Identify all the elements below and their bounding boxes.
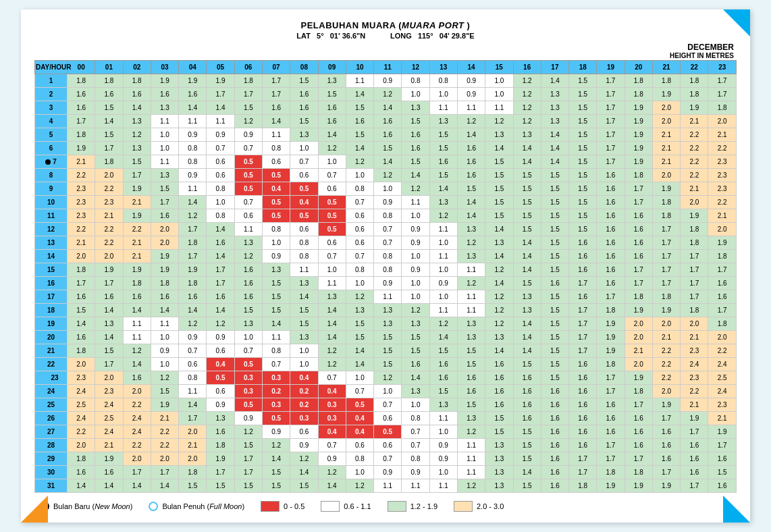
table-row: 301.61.61.71.71.81.71.71.51.41.21.00.90.… — [35, 466, 737, 479]
tide-value: 1.5 — [541, 290, 568, 304]
legend-range1: 0 - 0.5 — [261, 501, 304, 512]
tide-value: 0.7 — [374, 236, 402, 250]
tide-value: 1.1 — [151, 317, 178, 331]
tide-value: 1.3 — [457, 317, 485, 331]
tide-value: 1.4 — [346, 344, 373, 358]
tide-value: 1.6 — [346, 115, 373, 128]
tide-value: 0.3 — [290, 412, 318, 425]
tide-value: 1.9 — [95, 452, 123, 466]
tide-value: 1.5 — [485, 155, 513, 169]
tide-value: 1.5 — [541, 182, 568, 196]
tide-value: 1.6 — [569, 263, 597, 277]
tide-value: 1.6 — [485, 371, 513, 385]
tide-value: 1.8 — [179, 466, 207, 479]
tide-value: 2.0 — [95, 169, 123, 182]
tide-value: 1.3 — [207, 412, 234, 425]
tide-value: 2.2 — [68, 169, 95, 182]
tide-value: 1.9 — [207, 74, 234, 88]
tide-value: 0.8 — [262, 344, 290, 358]
tide-value: 2.3 — [95, 385, 123, 398]
tide-value: 0.9 — [374, 74, 402, 88]
tide-value: 0.6 — [374, 439, 402, 452]
tide-value: 1.6 — [234, 290, 262, 304]
tide-value: 0.6 — [346, 439, 373, 452]
tide-value: 1.6 — [485, 398, 513, 412]
tide-value: 0.9 — [374, 277, 402, 290]
tide-value: 1.6 — [708, 277, 737, 290]
col-header-day-hour: DAY/HOUR — [35, 61, 68, 74]
tide-value: 0.9 — [179, 128, 207, 142]
tide-value: 2.4 — [95, 425, 123, 439]
tide-value: 1.6 — [151, 88, 178, 101]
tide-value: 1.6 — [597, 209, 624, 223]
tide-value: 1.8 — [95, 155, 123, 169]
tide-value: 2.1 — [95, 209, 123, 223]
tide-value: 1.9 — [624, 142, 652, 155]
tide-value: 1.2 — [318, 142, 346, 155]
tide-value: 1.5 — [262, 479, 290, 493]
tide-value: 0.8 — [402, 412, 429, 425]
tide-value: 0.9 — [179, 169, 207, 182]
tide-value: 1.0 — [318, 263, 346, 277]
tide-value: 1.2 — [318, 344, 346, 358]
tide-value: 1.6 — [402, 128, 429, 142]
tide-value: 2.1 — [68, 236, 95, 250]
col-header-02: 02 — [123, 61, 151, 74]
corner-decoration-br — [723, 496, 750, 523]
tide-value: 1.3 — [402, 385, 429, 398]
tide-value: 1.8 — [708, 101, 737, 115]
day-cell: 23 — [35, 371, 68, 385]
tide-value: 2.1 — [151, 412, 178, 425]
table-row: 232.32.01.61.20.80.50.30.30.40.71.01.21.… — [35, 371, 737, 385]
tide-value: 1.5 — [346, 128, 373, 142]
tide-value: 1.1 — [402, 196, 429, 209]
table-row: 222.01.71.41.00.60.40.50.71.01.21.41.51.… — [35, 358, 737, 371]
tide-value: 0.8 — [346, 452, 373, 466]
tide-value: 0.9 — [318, 452, 346, 466]
tide-value: 1.5 — [513, 479, 541, 493]
tide-value: 2.1 — [681, 398, 708, 412]
tide-value: 1.5 — [569, 115, 597, 128]
table-row: 211.81.51.20.90.70.60.70.81.01.21.41.51.… — [35, 344, 737, 358]
table-row: 21.61.61.61.61.61.71.71.71.61.51.41.21.0… — [35, 88, 737, 101]
tide-value: 1.3 — [485, 236, 513, 250]
tide-value: 1.1 — [429, 304, 457, 317]
tide-value: 2.3 — [681, 371, 708, 385]
tide-value: 1.3 — [429, 196, 457, 209]
tide-value: 0.6 — [318, 236, 346, 250]
tide-value: 1.5 — [402, 331, 429, 344]
tide-value: 1.0 — [207, 196, 234, 209]
tide-value: 1.9 — [624, 128, 652, 142]
tide-value: 0.9 — [262, 250, 290, 263]
tide-value: 1.7 — [624, 398, 652, 412]
tide-value: 1.7 — [708, 263, 737, 277]
tide-value: 2.0 — [624, 358, 652, 371]
tide-value: 1.6 — [95, 466, 123, 479]
tide-value: 0.7 — [402, 425, 429, 439]
tide-value: 1.4 — [123, 479, 151, 493]
tide-value: 1.2 — [179, 317, 207, 331]
tide-value: 0.9 — [429, 452, 457, 466]
tide-value: 2.0 — [151, 223, 178, 236]
tide-value: 1.5 — [374, 344, 402, 358]
tide-value: 1.6 — [569, 358, 597, 371]
tide-value: 1.9 — [179, 74, 207, 88]
day-cell: 13 — [35, 236, 68, 250]
tide-value: 1.5 — [207, 479, 234, 493]
tide-value: 1.1 — [123, 317, 151, 331]
tide-value: 1.6 — [541, 398, 568, 412]
tide-value: 1.3 — [234, 317, 262, 331]
tide-value: 1.2 — [513, 74, 541, 88]
tide-value: 1.3 — [429, 398, 457, 412]
tide-value: 2.1 — [652, 331, 680, 344]
tide-value: 1.8 — [681, 223, 708, 236]
tide-value: 1.1 — [457, 101, 485, 115]
tide-value: 1.5 — [569, 74, 597, 88]
tide-value: 1.7 — [652, 412, 680, 425]
col-header-18: 18 — [569, 61, 597, 74]
tide-value: 1.8 — [681, 236, 708, 250]
tide-value: 1.6 — [485, 385, 513, 398]
day-cell: 26 — [35, 412, 68, 425]
tide-value: 2.4 — [708, 385, 737, 398]
tide-value: 1.4 — [207, 101, 234, 115]
